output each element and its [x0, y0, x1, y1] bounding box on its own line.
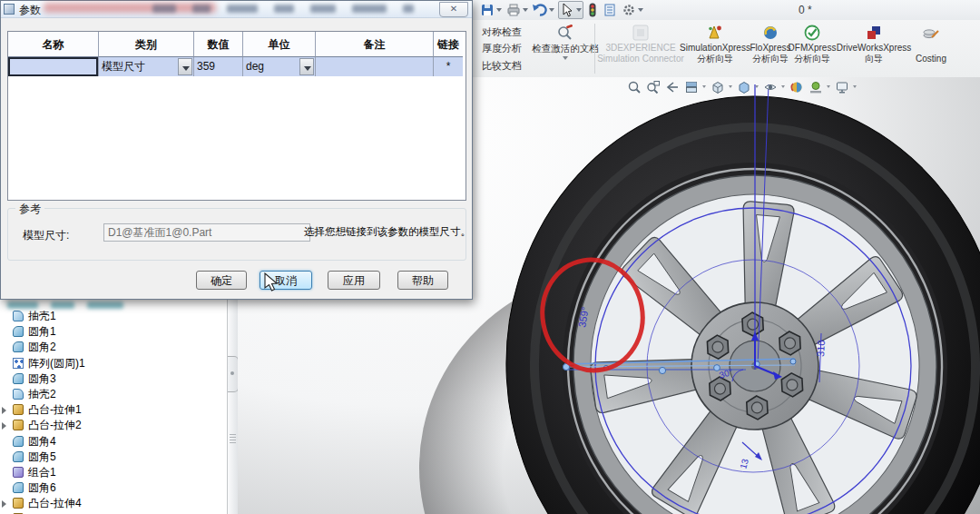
- menu-bar-blurred: [152, 5, 414, 13]
- view-settings-dropdown-icon[interactable]: [853, 85, 857, 88]
- expand-arrow-icon[interactable]: [2, 407, 9, 414]
- hide-show-items-icon[interactable]: [762, 79, 778, 94]
- check-active-document-button[interactable]: 检查激活的文档: [531, 22, 600, 75]
- param-unit-dropdown[interactable]: deg: [243, 57, 316, 76]
- tree-item-fillet1[interactable]: 圆角1: [0, 324, 227, 340]
- expand-arrow-icon[interactable]: [2, 422, 9, 430]
- tree-item-fillet3[interactable]: 圆角3: [0, 371, 227, 387]
- fillet-icon: [13, 341, 24, 352]
- tree-item-shell2[interactable]: 抽壳2: [0, 387, 227, 402]
- column-header-unit: 单位: [243, 32, 316, 57]
- fillet-icon: [13, 451, 24, 462]
- display-style-icon[interactable]: [736, 79, 751, 94]
- check-document-dropdown-icon[interactable]: [563, 56, 568, 60]
- orientation-dropdown-icon[interactable]: [729, 85, 732, 88]
- ok-button[interactable]: 确定: [196, 271, 247, 290]
- options-dropdown-icon[interactable]: [638, 8, 643, 12]
- tree-item-combine1[interactable]: 组合1: [0, 465, 227, 480]
- close-icon[interactable]: ✕: [439, 2, 468, 17]
- tree-item-fillet2[interactable]: 圆角2: [0, 340, 227, 355]
- hide-show-dropdown-icon[interactable]: [781, 85, 785, 88]
- zoom-to-fit-icon[interactable]: [626, 79, 642, 94]
- help-button[interactable]: 帮助: [397, 271, 448, 290]
- check-document-icon: [556, 24, 574, 42]
- section-dropdown-icon[interactable]: [702, 85, 706, 88]
- heads-up-toolbar: [626, 79, 857, 94]
- apply-button[interactable]: 应用: [328, 271, 380, 290]
- 3dexperience-icon: [632, 24, 650, 42]
- tree-item-fillet4[interactable]: 圆角4: [0, 434, 227, 450]
- undo-button[interactable]: [532, 2, 555, 18]
- table-header-row: 名称 类别 数值 单位 备注 链接: [8, 32, 466, 57]
- edit-appearance-icon[interactable]: [789, 79, 804, 94]
- view-orientation-icon[interactable]: [710, 79, 725, 94]
- display-style-dropdown-icon[interactable]: [755, 85, 759, 88]
- circular-pattern-icon: [13, 358, 24, 369]
- solidworks-window: 0 * 对称检查 厚度分析 比较文档 检查激活的文档 3DEXPERIENCE …: [0, 0, 980, 514]
- parameters-table: 名称 类别 数值 单位 备注 链接 模型尺寸 359 deg *: [7, 31, 466, 201]
- fillet-icon: [13, 482, 24, 493]
- print-button[interactable]: [505, 2, 529, 18]
- view-settings-icon[interactable]: [834, 79, 849, 94]
- tree-item-circular-pattern1[interactable]: 阵列(圆周)1: [0, 356, 227, 371]
- param-category-dropdown[interactable]: 模型尺寸: [99, 57, 194, 76]
- apply-scene-icon[interactable]: [808, 79, 823, 94]
- rebuild-button[interactable]: [586, 2, 599, 18]
- reference-group-label: 参考: [15, 202, 44, 217]
- file-properties-button[interactable]: [602, 2, 618, 18]
- shell-icon: [13, 389, 24, 400]
- driveworksxpress-icon: [865, 24, 883, 42]
- wheel: [493, 84, 980, 514]
- param-link-cell[interactable]: *: [434, 57, 463, 76]
- boss-extrude-icon: [13, 498, 24, 509]
- fillet-icon: [13, 436, 24, 447]
- param-name-cell[interactable]: [8, 57, 99, 76]
- zoom-to-area-icon[interactable]: [645, 79, 661, 94]
- feature-tree: 抽壳1 圆角1 圆角2 阵列(圆周)1 圆角3 抽壳2 凸台-拉伸1 凸台-拉伸…: [0, 309, 227, 514]
- shell-icon: [13, 311, 24, 321]
- dim-radius[interactable]: 310: [815, 340, 827, 357]
- simulationxpress-icon: [706, 24, 724, 42]
- costing-button[interactable]: Costing: [903, 22, 959, 75]
- chevron-down-icon[interactable]: [178, 58, 192, 75]
- tree-items-blurred: [7, 301, 123, 309]
- driveworksxpress-button[interactable]: DriveWorksXpress 向导: [834, 22, 914, 75]
- scene-dropdown-icon[interactable]: [827, 85, 830, 88]
- previous-view-icon[interactable]: [664, 79, 680, 94]
- param-value-cell[interactable]: 359: [194, 57, 243, 76]
- dfmxpress-icon: [803, 24, 821, 42]
- save-dropdown-icon[interactable]: [496, 8, 502, 12]
- splitter-grip[interactable]: [230, 434, 236, 443]
- thickness-analysis-button[interactable]: 厚度分析: [482, 42, 534, 55]
- floxpress-icon: [761, 24, 779, 42]
- column-header-note: 备注: [316, 32, 434, 57]
- compare-documents-button[interactable]: 比较文档: [482, 59, 534, 73]
- save-button[interactable]: [479, 2, 503, 18]
- tree-item-fillet5[interactable]: 圆角5: [0, 450, 227, 465]
- param-note-cell[interactable]: [316, 57, 434, 76]
- simulationxpress-button[interactable]: SimulationXpress 分析向导: [679, 22, 751, 75]
- tree-item-boss-extrude4[interactable]: 凸台-拉伸4: [0, 496, 227, 511]
- options-button[interactable]: [621, 2, 644, 18]
- reference-groupbox: 参考 模型尺寸: D1@基准面1@0.Part 选择您想链接到该参数的模型尺寸。: [7, 208, 466, 261]
- boss-extrude-icon: [13, 404, 24, 415]
- print-dropdown-icon[interactable]: [523, 8, 528, 12]
- model-dimension-field[interactable]: D1@基准面1@0.Part: [103, 223, 310, 242]
- model-dimension-label: 模型尺寸:: [23, 228, 69, 243]
- tree-item-boss-extrude1[interactable]: 凸台-拉伸1: [0, 402, 227, 418]
- expand-arrow-icon[interactable]: [2, 500, 9, 508]
- fillet-icon: [13, 373, 24, 384]
- fillet-icon: [13, 326, 24, 337]
- symmetry-check-button[interactable]: 对称检查: [482, 25, 534, 39]
- select-button[interactable]: [558, 1, 583, 19]
- section-view-icon[interactable]: [683, 79, 699, 94]
- tree-item-fillet6[interactable]: 圆角6: [0, 480, 227, 496]
- undo-dropdown-icon[interactable]: [549, 8, 554, 12]
- chevron-down-icon[interactable]: [299, 58, 314, 75]
- select-dropdown-icon[interactable]: [576, 8, 582, 12]
- tree-item-boss-extrude2[interactable]: 凸台-拉伸2: [0, 418, 227, 433]
- column-header-link: 链接: [434, 32, 463, 57]
- dfmxpress-button[interactable]: DFMXpress 分析向导: [786, 22, 838, 75]
- tree-item-shell1[interactable]: 抽壳1: [0, 309, 227, 324]
- column-header-category: 类别: [99, 32, 194, 57]
